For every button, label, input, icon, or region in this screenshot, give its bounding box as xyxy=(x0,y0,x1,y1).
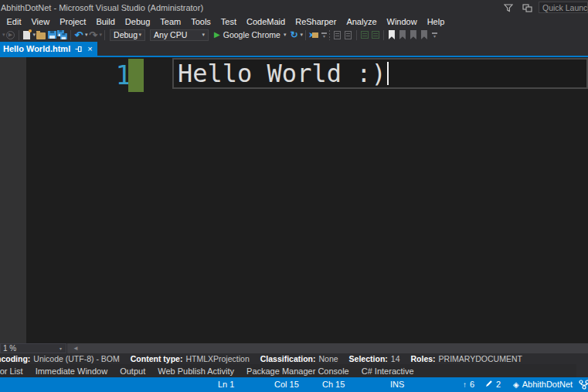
open-file-icon[interactable] xyxy=(36,29,46,41)
horizontal-scrollbar[interactable]: ◄ xyxy=(67,343,588,353)
previous-bookmark-icon[interactable] xyxy=(397,29,408,41)
tab-output[interactable]: Output xyxy=(120,366,145,376)
code-editor[interactable]: 1 Hello World :) xyxy=(0,56,588,343)
branch-icon[interactable] xyxy=(579,380,588,391)
feedback-icon[interactable] xyxy=(521,2,533,13)
document-tab-strip: Hello World.html × xyxy=(0,42,588,56)
quick-launch-placeholder: Quick Launch (Ctrl+Q) xyxy=(539,3,588,12)
document-info-bar: Encoding: Unicode (UTF-8) - BOM Content … xyxy=(0,353,579,364)
unpushed-commits-indicator[interactable]: ↑6 xyxy=(463,380,474,389)
notifications-icon[interactable] xyxy=(502,2,515,13)
toolbar-overflow-icon[interactable]: ▾ xyxy=(432,32,437,38)
status-bar: Ln 1 Col 15 Ch 15 INS ↑6 2 ◈AbhithDotNet xyxy=(0,377,588,392)
clear-bookmarks-icon[interactable] xyxy=(419,29,430,41)
toolbar-separator xyxy=(70,30,71,40)
solution-platform-combo[interactable]: Any CPU▾ xyxy=(150,29,209,41)
close-icon[interactable]: × xyxy=(87,45,92,53)
save-all-icon[interactable] xyxy=(57,29,68,41)
pencil-icon xyxy=(485,380,493,389)
saved-change-tracking-bar xyxy=(128,59,144,92)
menu-item-help[interactable]: Help xyxy=(422,17,450,26)
menu-item-window[interactable]: Window xyxy=(382,17,422,26)
menu-item-resharper[interactable]: ReSharper xyxy=(291,17,342,26)
quick-launch-box[interactable]: Quick Launch (Ctrl+Q) xyxy=(539,2,588,13)
chevron-down-icon: ▾ xyxy=(139,32,142,38)
toolbar-separator xyxy=(305,30,306,40)
content-type-info: Content type: HTMLXProjection xyxy=(131,354,250,363)
toolbar-separator xyxy=(356,30,357,40)
repo-diamond-icon: ◈ xyxy=(513,380,519,389)
menu-item-view[interactable]: View xyxy=(26,17,55,26)
status-column: Col 15 xyxy=(274,380,299,389)
next-bookmark-icon[interactable] xyxy=(408,29,419,41)
menu-item-project[interactable]: Project xyxy=(55,17,91,26)
increase-indent-icon[interactable] xyxy=(370,29,381,41)
tab-csharp-interactive[interactable]: C# Interactive xyxy=(362,366,414,376)
tab-label: Hello World.html xyxy=(3,44,70,53)
toolbar-overflow-icon[interactable]: ▾ xyxy=(321,32,327,38)
title-bar: AbhithDotNet - Microsoft Visual Studio (… xyxy=(0,0,588,15)
scroll-left-arrow-icon[interactable]: ◄ xyxy=(73,345,79,352)
menu-item-build[interactable]: Build xyxy=(91,17,120,26)
menu-item-test[interactable]: Test xyxy=(216,17,241,26)
tab-package-manager-console[interactable]: Package Manager Console xyxy=(246,366,349,376)
editor-zoom-value: 1 % xyxy=(3,344,16,353)
status-line: Ln 1 xyxy=(218,380,234,389)
menu-item-tools[interactable]: Tools xyxy=(186,17,216,26)
toolbar-separator xyxy=(19,30,19,40)
text-caret xyxy=(387,62,389,85)
window-title: AbhithDotNet - Microsoft Visual Studio (… xyxy=(1,3,203,12)
menu-bar: Edit View Project Build Debug Team Tools… xyxy=(0,15,588,28)
save-icon[interactable] xyxy=(46,29,57,41)
solution-configuration-combo[interactable]: Debug▾ xyxy=(110,29,145,41)
menu-item-team[interactable]: Team xyxy=(155,17,186,26)
standard-toolbar: ▾ ▶ ▾ ↶ ▾ ↷ ▾ Debug▾ Any CPU▾ ▶ Google C… xyxy=(0,28,588,42)
menu-item-analyze[interactable]: Analyze xyxy=(342,17,382,26)
visual-studio-window: AbhithDotNet - Microsoft Visual Studio (… xyxy=(0,0,588,392)
editor-indicator-margin xyxy=(0,57,26,343)
navigate-forward-icon[interactable]: ▶ xyxy=(5,29,16,41)
classification-info: Classification: None xyxy=(260,354,338,363)
start-debugging-button[interactable]: ▶ Google Chrome ▾ xyxy=(214,29,286,41)
uncomment-lines-icon[interactable] xyxy=(343,29,354,41)
roles-info: Roles: PRIMARYDOCUMENT xyxy=(410,354,522,363)
comment-lines-icon[interactable] xyxy=(332,29,343,41)
tab-immediate-window[interactable]: Immediate Window xyxy=(36,366,108,376)
browser-link-refresh-icon[interactable]: ↻ xyxy=(288,29,299,41)
tab-error-list[interactable]: Error List xyxy=(0,366,23,376)
start-debug-target-label: Google Chrome xyxy=(223,30,280,39)
menu-item-debug[interactable]: Debug xyxy=(120,17,155,26)
bottom-panel-tabs: Error List Immediate Window Output Web P… xyxy=(0,364,576,377)
pending-edits-indicator[interactable]: 2 xyxy=(485,380,501,389)
repository-indicator[interactable]: ◈AbhithDotNet xyxy=(513,380,573,389)
chevron-down-icon: ▾ xyxy=(59,346,62,351)
browser-link-caret-icon[interactable]: ▾ xyxy=(300,32,303,38)
toolbar-separator xyxy=(329,30,330,40)
status-character: Ch 15 xyxy=(322,380,345,389)
code-text: Hello World :) xyxy=(174,59,386,88)
toggle-bookmark-icon[interactable] xyxy=(386,29,397,41)
status-insert-mode: INS xyxy=(390,380,404,389)
tab-web-publish-activity[interactable]: Web Publish Activity xyxy=(158,366,234,376)
toolbar-separator xyxy=(383,30,384,40)
chevron-down-icon: ▾ xyxy=(202,32,206,38)
arrow-up-icon: ↑ xyxy=(463,380,467,389)
encoding-info: Encoding: Unicode (UTF-8) - BOM xyxy=(0,354,120,363)
chevron-down-icon: ▾ xyxy=(284,32,287,38)
redo-caret-icon[interactable]: ▾ xyxy=(100,32,103,38)
editor-zoom-combo[interactable]: 1 % ▾ xyxy=(0,343,66,353)
editor-bottom-chrome: 1 % ▾ ◄ xyxy=(0,343,588,353)
pin-icon[interactable] xyxy=(75,46,83,53)
redo-icon[interactable]: ↷ xyxy=(88,29,99,41)
current-line-highlight[interactable]: Hello World :) xyxy=(172,58,588,89)
undo-icon[interactable]: ↶ xyxy=(73,29,84,41)
attach-to-process-icon[interactable]: ➤ xyxy=(308,29,319,41)
selection-info: Selection: 14 xyxy=(349,354,400,363)
menu-item-edit[interactable]: Edit xyxy=(2,17,26,26)
menu-item-codemaid[interactable]: CodeMaid xyxy=(242,17,291,26)
play-icon: ▶ xyxy=(214,31,220,39)
new-file-icon[interactable] xyxy=(22,29,32,41)
toolbar-separator xyxy=(104,30,105,40)
tab-hello-world-html[interactable]: Hello World.html × xyxy=(0,42,97,56)
decrease-indent-icon[interactable] xyxy=(359,29,370,41)
